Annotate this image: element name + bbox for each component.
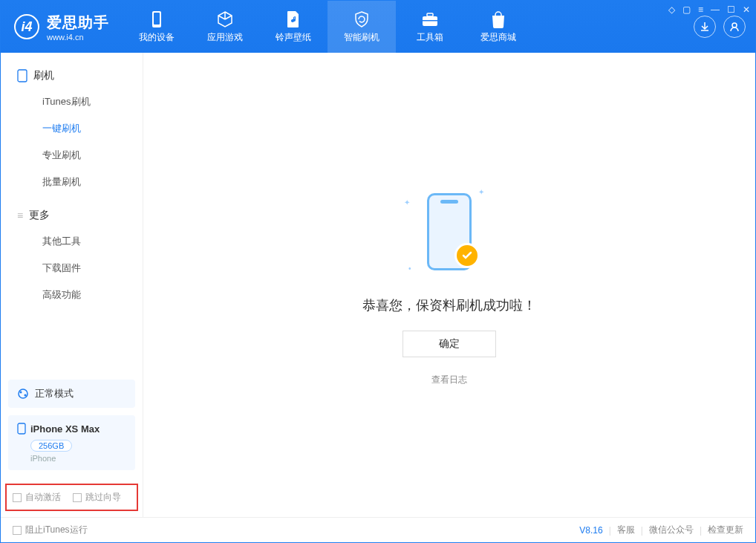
device-icon [17, 423, 26, 435]
tshirt-icon[interactable]: ◇ [668, 4, 675, 15]
success-check-icon [454, 243, 480, 268]
nav-toolbox[interactable]: 工具箱 [396, 1, 464, 53]
titlebar: i4 爱思助手 www.i4.cn 我的设备 应用游戏 铃声壁纸 智能刷机 [1, 1, 755, 53]
mode-icon [17, 388, 29, 400]
nav-label: 铃声壁纸 [276, 31, 311, 44]
footer-link-update[interactable]: 检查更新 [708, 524, 743, 536]
checkbox-icon [13, 493, 22, 502]
toolbox-icon [421, 10, 439, 28]
nav-label: 智能刷机 [344, 31, 379, 44]
download-button[interactable] [694, 16, 716, 38]
sidebar-item-pro-flash[interactable]: 专业刷机 [1, 142, 143, 169]
app-url: www.i4.cn [47, 33, 109, 42]
bag-icon [489, 10, 507, 28]
sidebar-item-onekey-flash[interactable]: 一键刷机 [1, 115, 143, 142]
checkbox-icon [13, 526, 22, 535]
nav-label: 爱思商城 [480, 31, 516, 44]
svg-point-7 [19, 389, 27, 398]
success-message: 恭喜您，保资料刷机成功啦！ [362, 296, 536, 314]
menu-icon[interactable]: ≡ [698, 4, 703, 15]
sidebar-item-itunes-flash[interactable]: iTunes刷机 [1, 88, 143, 115]
footer-link-wechat[interactable]: 微信公众号 [649, 524, 694, 536]
success-illustration: ✦ ✦ • [401, 183, 498, 280]
footer-link-support[interactable]: 客服 [617, 524, 635, 536]
nav-ringtones[interactable]: 铃声壁纸 [259, 1, 328, 53]
app-name: 爱思助手 [47, 13, 109, 33]
nav-store[interactable]: 爱思商城 [464, 1, 532, 53]
mode-card[interactable]: 正常模式 [8, 380, 135, 408]
svg-point-8 [20, 391, 22, 394]
view-log-link[interactable]: 查看日志 [431, 374, 467, 386]
sidebar-item-other-tools[interactable]: 其他工具 [1, 228, 143, 255]
feedback-icon[interactable]: ▢ [682, 4, 691, 15]
checkbox-label: 自动激活 [25, 491, 61, 504]
checkbox-icon [73, 493, 82, 502]
close-icon[interactable]: ✕ [743, 4, 750, 15]
sidebar-item-download-firmware[interactable]: 下载固件 [1, 255, 143, 282]
nav-apps-games[interactable]: 应用游戏 [191, 1, 259, 53]
sidebar-group-flash: 刷机 [1, 63, 143, 88]
svg-rect-1 [154, 13, 160, 25]
cube-icon [216, 10, 234, 28]
device-card[interactable]: iPhone XS Max 256GB iPhone [8, 415, 135, 470]
checkbox-label: 跳过向导 [85, 491, 121, 504]
nav-label: 应用游戏 [207, 31, 243, 44]
sidebar-group-more: ≡ 更多 [1, 203, 143, 228]
sidebar-group-label: 刷机 [33, 69, 54, 82]
svg-point-9 [25, 394, 27, 397]
music-file-icon [284, 10, 302, 28]
svg-rect-4 [423, 20, 437, 22]
phone-icon [148, 10, 166, 28]
app-window: ◇ ▢ ≡ — ☐ ✕ i4 爱思助手 www.i4.cn 我的设备 应用游戏 [0, 0, 756, 543]
top-nav: 我的设备 应用游戏 铃声壁纸 智能刷机 工具箱 爱思商城 [123, 1, 690, 53]
sidebar-item-batch-flash[interactable]: 批量刷机 [1, 169, 143, 195]
checkbox-skip-guide[interactable]: 跳过向导 [73, 491, 121, 504]
checkbox-label: 阻止iTunes运行 [25, 524, 88, 536]
sidebar-item-advanced[interactable]: 高级功能 [1, 282, 143, 308]
sidebar-bottom: 正常模式 iPhone XS Max 256GB iPhone [1, 372, 143, 478]
sidebar: 刷机 iTunes刷机 一键刷机 专业刷机 批量刷机 ≡ 更多 其他工具 下载固… [1, 53, 143, 517]
svg-rect-10 [18, 423, 25, 434]
checkbox-auto-activate[interactable]: 自动激活 [13, 491, 61, 504]
maximize-icon[interactable]: ☐ [727, 4, 735, 15]
logo: i4 爱思助手 www.i4.cn [1, 1, 123, 53]
main-panel: ✦ ✦ • 恭喜您，保资料刷机成功啦！ 确定 查看日志 [143, 53, 755, 517]
device-name-label: iPhone XS Max [30, 423, 100, 435]
window-controls-top: ◇ ▢ ≡ — ☐ ✕ [668, 4, 750, 15]
shield-refresh-icon [353, 10, 371, 28]
ok-button[interactable]: 确定 [403, 331, 496, 357]
footer: 阻止iTunes运行 V8.16 | 客服 | 微信公众号 | 检查更新 [1, 517, 755, 542]
account-button[interactable] [723, 16, 746, 38]
list-icon: ≡ [17, 209, 23, 221]
nav-label: 工具箱 [417, 31, 443, 44]
nav-label: 我的设备 [139, 31, 175, 44]
mode-label: 正常模式 [35, 387, 74, 400]
device-type: iPhone [30, 454, 126, 463]
checkbox-block-itunes[interactable]: 阻止iTunes运行 [13, 524, 88, 536]
checkbox-row-highlighted: 自动激活 跳过向导 [5, 484, 138, 511]
nav-smart-flash[interactable]: 智能刷机 [328, 1, 396, 53]
storage-badge: 256GB [30, 440, 72, 452]
version-label: V8.16 [579, 525, 602, 536]
nav-my-device[interactable]: 我的设备 [123, 1, 191, 53]
body: 刷机 iTunes刷机 一键刷机 专业刷机 批量刷机 ≡ 更多 其他工具 下载固… [1, 53, 755, 517]
phone-outline-icon [17, 69, 27, 82]
svg-point-5 [732, 23, 737, 27]
logo-icon: i4 [14, 14, 39, 39]
svg-rect-6 [18, 70, 27, 82]
svg-rect-3 [427, 13, 433, 16]
sidebar-group-label: 更多 [29, 209, 50, 222]
minimize-icon[interactable]: — [711, 4, 720, 15]
